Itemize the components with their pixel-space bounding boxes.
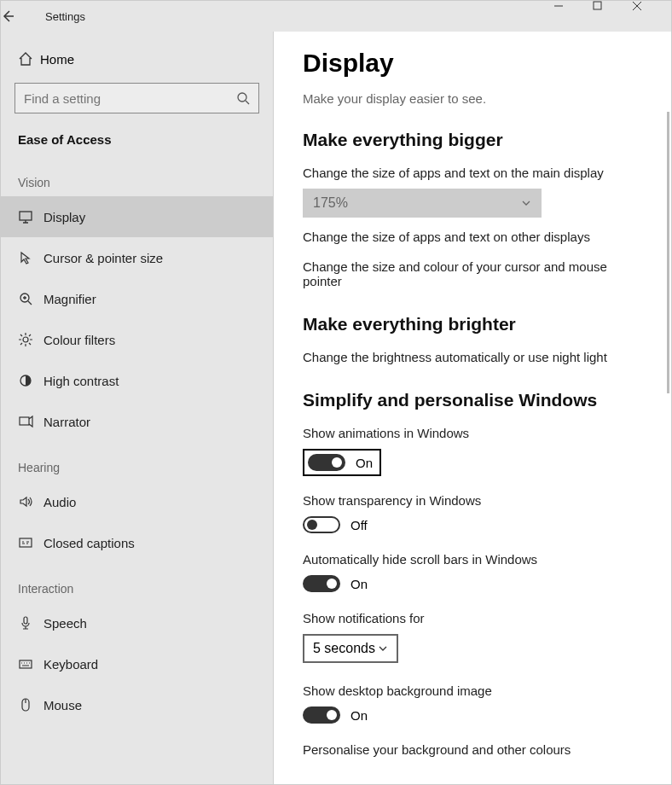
nav-narrator[interactable]: Narrator xyxy=(1,401,273,442)
category-vision: Vision xyxy=(1,157,273,196)
nav-mouse[interactable]: Mouse xyxy=(1,684,273,725)
nav-keyboard[interactable]: Keyboard xyxy=(1,643,273,684)
cursor-link[interactable]: Change the size and colour of your curso… xyxy=(303,259,642,288)
sidebar: Home Ease of Access Vision Display Curso… xyxy=(1,32,274,785)
section-heading-bigger: Make everything bigger xyxy=(303,130,642,150)
desktop-bg-state: On xyxy=(350,708,368,723)
size-label: Change the size of apps and text on the … xyxy=(303,166,642,180)
nav-label: Audio xyxy=(43,495,76,509)
nav-label: Mouse xyxy=(43,698,82,712)
desktop-bg-label: Show desktop background image xyxy=(303,683,642,698)
maximize-button[interactable] xyxy=(593,1,632,32)
personalise-link[interactable]: Personalise your background and other co… xyxy=(303,742,642,757)
scale-dropdown[interactable]: 175% xyxy=(303,189,542,218)
scrollbars-label: Automatically hide scroll bars in Window… xyxy=(303,552,642,567)
nav-label: Speech xyxy=(43,616,87,631)
svg-rect-0 xyxy=(594,2,601,9)
svg-rect-2 xyxy=(20,212,32,220)
svg-rect-8 xyxy=(24,617,27,624)
nav-label: Closed captions xyxy=(43,536,135,550)
contrast-icon xyxy=(18,373,43,388)
nav-cursor[interactable]: Cursor & pointer size xyxy=(1,237,273,278)
scale-value: 175% xyxy=(313,195,348,211)
scrollbars-toggle[interactable] xyxy=(303,575,340,592)
back-button[interactable] xyxy=(1,9,40,23)
window-title: Settings xyxy=(45,10,85,23)
home-label: Home xyxy=(40,52,74,67)
mouse-icon xyxy=(18,697,43,712)
desktop-bg-toggle[interactable] xyxy=(303,706,340,724)
section-heading-brighter: Make everything brighter xyxy=(303,314,642,334)
audio-icon xyxy=(18,494,43,509)
keyboard-icon xyxy=(18,656,43,672)
nav-label: Narrator xyxy=(43,415,90,429)
chevron-down-icon xyxy=(378,643,388,654)
title-bar: Settings xyxy=(1,1,671,32)
svg-rect-9 xyxy=(20,660,32,668)
cursor-icon xyxy=(18,250,43,265)
brightness-icon xyxy=(18,332,43,347)
captions-icon xyxy=(18,535,43,550)
nav-label: Cursor & pointer size xyxy=(43,251,163,265)
nav-audio[interactable]: Audio xyxy=(1,481,273,522)
nav-colour-filters[interactable]: Colour filters xyxy=(1,319,273,360)
nav-label: Magnifier xyxy=(43,292,96,306)
minimize-button[interactable] xyxy=(553,1,593,32)
group-header: Ease of Access xyxy=(1,127,273,157)
animations-highlight: On xyxy=(303,449,381,476)
page-subtitle: Make your display easier to see. xyxy=(303,91,642,106)
section-heading-simplify: Simplify and personalise Windows xyxy=(303,390,642,410)
animations-toggle[interactable] xyxy=(308,454,345,471)
category-interaction: Interaction xyxy=(1,563,273,602)
svg-rect-6 xyxy=(20,417,29,425)
nav-label: High contrast xyxy=(43,374,119,388)
svg-point-1 xyxy=(238,93,246,102)
nav-magnifier[interactable]: Magnifier xyxy=(1,278,273,319)
scrollbars-state: On xyxy=(350,577,368,591)
nav-label: Keyboard xyxy=(43,657,98,672)
transparency-toggle[interactable] xyxy=(303,516,340,533)
close-button[interactable] xyxy=(632,1,671,32)
brightness-link[interactable]: Change the brightness automatically or u… xyxy=(303,350,642,364)
chevron-down-icon xyxy=(521,198,531,208)
notifications-label: Show notifications for xyxy=(303,611,642,625)
nav-high-contrast[interactable]: High contrast xyxy=(1,360,273,401)
animations-state: On xyxy=(356,456,373,470)
home-icon xyxy=(18,51,40,67)
nav-label: Display xyxy=(43,210,85,224)
svg-rect-7 xyxy=(20,538,32,547)
search-input[interactable] xyxy=(24,91,236,106)
magnifier-icon xyxy=(18,291,43,306)
animations-label: Show animations in Windows xyxy=(303,426,642,440)
search-box[interactable] xyxy=(14,83,259,113)
home-nav[interactable]: Home xyxy=(1,40,273,78)
category-hearing: Hearing xyxy=(1,442,273,481)
search-icon xyxy=(236,91,250,105)
page-title: Display xyxy=(303,49,642,78)
other-displays-link[interactable]: Change the size of apps and text on othe… xyxy=(303,230,642,244)
narrator-icon xyxy=(18,414,43,429)
nav-label: Colour filters xyxy=(43,333,115,347)
mic-icon xyxy=(18,615,43,631)
scrollbar[interactable] xyxy=(667,112,669,393)
notifications-value: 5 seconds xyxy=(313,641,375,656)
display-icon xyxy=(18,209,43,224)
transparency-state: Off xyxy=(350,518,368,532)
nav-captions[interactable]: Closed captions xyxy=(1,522,273,563)
nav-display[interactable]: Display xyxy=(1,196,273,237)
nav-speech[interactable]: Speech xyxy=(1,602,273,643)
svg-point-4 xyxy=(23,337,28,342)
notifications-dropdown[interactable]: 5 seconds xyxy=(303,634,398,663)
content-pane: Display Make your display easier to see.… xyxy=(274,32,671,785)
transparency-label: Show transparency in Windows xyxy=(303,493,642,508)
